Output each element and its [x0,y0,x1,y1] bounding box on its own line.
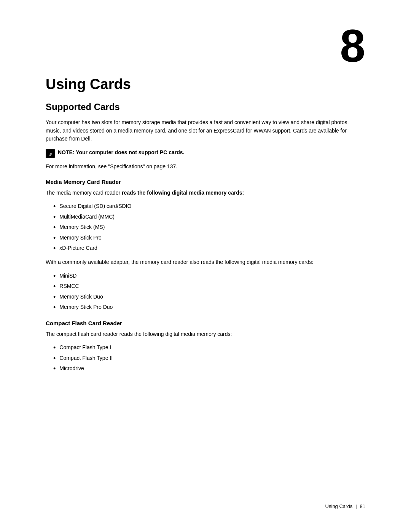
note-box: 𝓏 NOTE: Your computer does not support P… [46,149,365,158]
list-item: Memory Stick Pro [46,234,365,243]
list-item: Memory Stick Duo [46,293,365,302]
list-item: Memory Stick (MS) [46,223,365,232]
list-item: RSMCC [46,282,365,291]
note-icon: 𝓏 [46,149,55,158]
footer-separator: | [355,503,357,509]
list-item: Secure Digital (SD) card/SDIO [46,202,365,211]
list-item: Memory Stick Pro Duo [46,303,365,312]
compact-cards-list: Compact Flash Type I Compact Flash Type … [46,343,365,373]
subsection-title-media: Media Memory Card Reader [46,179,365,185]
adapter-cards-list: MiniSD RSMCC Memory Stick Duo Memory Sti… [46,272,365,312]
list-item: Compact Flash Type I [46,343,365,352]
list-item: Compact Flash Type II [46,354,365,363]
subsection-title-compact: Compact Flash Card Reader [46,320,365,326]
list-item: MiniSD [46,272,365,281]
chapter-title: Using Cards [46,76,365,93]
section-title: Supported Cards [46,102,365,112]
adapter-text: With a commonly available adapter, the m… [46,258,365,267]
media-intro: The media memory card reader reads the f… [46,189,365,197]
list-item: MultiMediaCard (MMC) [46,213,365,222]
media-cards-list: Secure Digital (SD) card/SDIO MultiMedia… [46,202,365,253]
list-item: Microdrive [46,364,365,373]
page: 8 Using Cards Supported Cards Your compu… [0,0,411,532]
footer-page: 81 [360,503,365,509]
chapter-number: 8 [340,23,365,69]
more-info-text: For more information, see "Specification… [46,163,365,171]
footer-label: Using Cards [325,503,353,509]
intro-text: Your computer has two slots for memory s… [46,118,365,143]
compact-intro: The compact flash card reader reads the … [46,330,365,339]
footer: Using Cards | 81 [325,503,365,509]
note-text: NOTE: Your computer does not support PC … [58,149,184,157]
list-item: xD-Picture Card [46,244,365,253]
